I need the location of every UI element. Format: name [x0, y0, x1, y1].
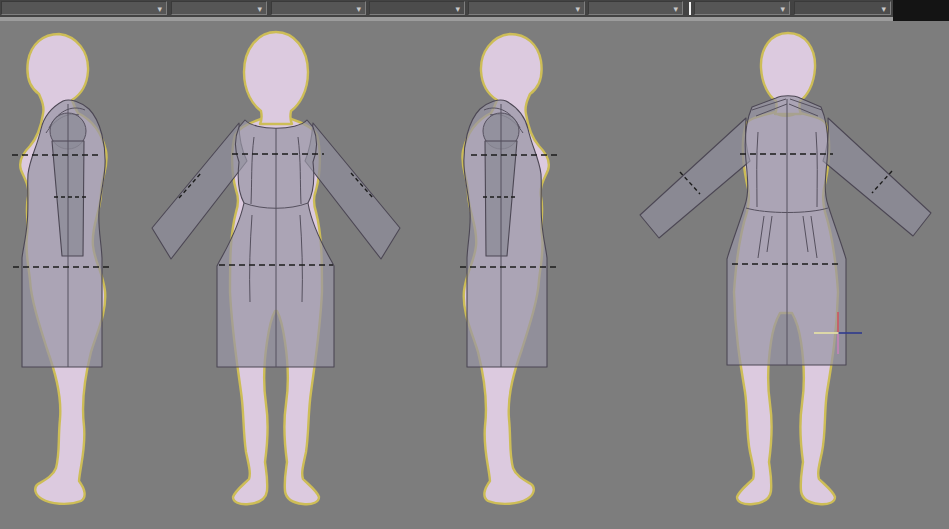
chevron-down-icon: ▾	[356, 3, 361, 15]
chevron-down-icon: ▾	[780, 3, 785, 15]
toolbar-dropdown-6[interactable]: ▾	[588, 1, 683, 15]
chevron-down-icon: ▾	[881, 3, 886, 15]
sleeve-pattern-right[interactable]	[823, 118, 931, 236]
chevron-down-icon: ▾	[455, 3, 460, 15]
chevron-down-icon: ▾	[157, 3, 162, 15]
chevron-down-icon: ▾	[257, 3, 262, 15]
toolbar-dropdown-7[interactable]: ▾	[694, 1, 790, 15]
toolbar-dropdown-5[interactable]: ▾	[468, 1, 585, 15]
viewport-canvas[interactable]	[0, 21, 949, 529]
avatar-side-view-right[interactable]	[460, 34, 557, 504]
app-window: ▾ ▾ ▾ ▾ ▾ ▾ ▾ ▾	[0, 0, 949, 529]
text-cursor	[689, 2, 691, 15]
toolbar-dropdown-8[interactable]: ▾	[794, 1, 891, 15]
toolbar-dropdown-1[interactable]: ▾	[1, 1, 167, 15]
toolbar-empty-area	[893, 0, 949, 21]
toolbar-dropdown-4[interactable]: ▾	[369, 1, 465, 15]
avatar-side-view-left[interactable]	[12, 34, 109, 504]
avatar-front-view[interactable]	[152, 32, 400, 504]
chevron-down-icon: ▾	[575, 3, 580, 15]
toolbar: ▾ ▾ ▾ ▾ ▾ ▾ ▾ ▾	[0, 0, 949, 17]
avatar-head[interactable]	[244, 32, 308, 124]
avatar-back-view[interactable]	[640, 33, 931, 504]
toolbar-dropdown-2[interactable]: ▾	[171, 1, 267, 15]
chevron-down-icon: ▾	[673, 3, 678, 15]
sleeve-pattern-left[interactable]	[640, 118, 750, 238]
toolbar-dropdown-3[interactable]: ▾	[271, 1, 366, 15]
